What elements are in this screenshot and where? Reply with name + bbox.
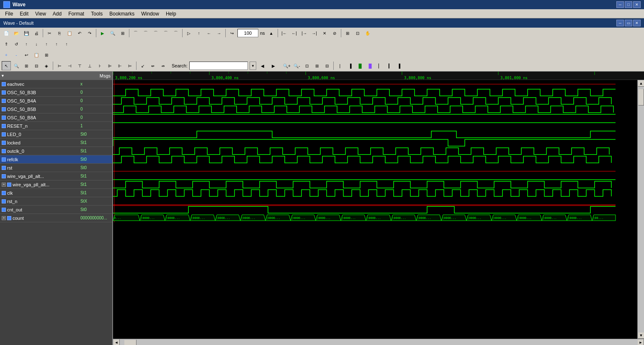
tb-hand-button[interactable]: ✋ (363, 28, 372, 38)
tb4-expand[interactable]: ⊞ (22, 61, 31, 70)
tb2-2[interactable]: ↺ (12, 39, 21, 49)
sub-restore-button[interactable]: ▭ (625, 20, 632, 26)
signal-row-count[interactable]: + count 0000000000... (0, 214, 112, 222)
menu-help[interactable]: Help (162, 10, 180, 18)
tb-nav4-button[interactable]: →| (310, 28, 319, 38)
menu-file[interactable]: File (2, 10, 16, 18)
search-dropdown[interactable]: ▼ (250, 62, 256, 70)
signal-row-eachvec[interactable]: eachvec x (0, 80, 112, 88)
tb-print-button[interactable]: 🖨 (32, 28, 41, 38)
tb-run-button[interactable]: ▶ (98, 28, 107, 38)
close-button[interactable]: ✕ (633, 1, 641, 8)
signal-row-osc50b5b[interactable]: OSC_50_B5B 0 (0, 105, 112, 113)
tb-sim4-button[interactable]: → (214, 28, 224, 38)
signal-row-refclk[interactable]: refclk St0 (0, 155, 112, 164)
signal-row-rstn[interactable]: rst_n StX (0, 197, 112, 206)
tb4-move4[interactable]: ⊥ (85, 61, 94, 70)
scroll-thumb[interactable] (124, 340, 137, 345)
wave-btn7[interactable]: ▌ (396, 61, 405, 70)
scroll-track[interactable] (120, 339, 637, 345)
tb3-5[interactable]: ⊞ (42, 50, 51, 59)
signal-row-wirevga2[interactable]: + wire_vga_pll_alt... St1 (0, 180, 112, 189)
menu-window[interactable]: Window (138, 10, 162, 18)
tb-ns-up-button[interactable]: ▲ (267, 28, 276, 38)
scroll-up-button[interactable]: ▲ (638, 80, 644, 87)
signal-row-osc50b8a[interactable]: OSC_50_B8A 0 (0, 113, 112, 122)
minimize-button[interactable]: ─ (616, 1, 624, 8)
menu-format[interactable]: Format (65, 10, 88, 18)
ns-input[interactable] (237, 29, 258, 37)
tb2-3[interactable]: ↑ (22, 39, 31, 49)
tb-wave2-button[interactable]: ⌒ (141, 28, 150, 38)
tb-zoom1-button[interactable]: ⊞ (343, 28, 352, 38)
tb4-move8[interactable]: ⊨ (125, 61, 134, 70)
maximize-button[interactable]: □ (625, 1, 632, 8)
wave-btn6[interactable]: ▎ (386, 61, 395, 70)
wave-btn5[interactable]: ▏ (376, 61, 385, 70)
tb3-4[interactable]: 📋 (32, 50, 41, 59)
tb3-2[interactable]: - (12, 50, 21, 59)
signal-row-wirevga1[interactable]: wire_vga_pll_alt... St1 (0, 172, 112, 180)
scroll-left-button[interactable]: ◄ (113, 339, 120, 345)
signal-row-outclk0[interactable]: outclk_0 St1 (0, 147, 112, 155)
tb-search-button[interactable]: 🔍 (108, 28, 117, 38)
search-prev[interactable]: ◀ (258, 61, 267, 70)
tb4-move3[interactable]: ⊤ (75, 61, 84, 70)
tb-open-button[interactable]: 📂 (12, 28, 21, 38)
tb4-move6[interactable]: ⊫ (105, 61, 114, 70)
tb-save-button[interactable]: 💾 (22, 28, 31, 38)
tb2-6[interactable]: ↑ (52, 39, 61, 49)
scroll-down-button[interactable]: ▼ (638, 332, 644, 339)
tb-undo-button[interactable]: ↶ (75, 28, 84, 38)
expand-wirevga2[interactable]: + (2, 183, 6, 187)
wave-btn1[interactable]: | (335, 61, 345, 70)
tb4-dir2[interactable]: ↚ (148, 61, 157, 70)
signal-row-resetn[interactable]: RESET_n 1 (0, 122, 112, 130)
tb-redo-button[interactable]: ↷ (85, 28, 94, 38)
title-bar-controls[interactable]: ─ □ ✕ (616, 1, 641, 8)
search-next[interactable]: ▶ (269, 61, 278, 70)
tb-sim1-button[interactable]: ▷ (184, 28, 193, 38)
signal-row-cntout[interactable]: cnt_out St0 (0, 206, 112, 214)
tb2-1[interactable]: ⇑ (2, 39, 11, 49)
tb-nav2-button[interactable]: ←| (290, 28, 299, 38)
tb-cut-button[interactable]: ✂ (45, 28, 54, 38)
signal-row-locked[interactable]: locked St1 (0, 139, 112, 147)
menu-bookmarks[interactable]: Bookmarks (106, 10, 138, 18)
tb-wave3-button[interactable]: ⌒ (151, 28, 160, 38)
tb-wave1-button[interactable]: ⌒ (131, 28, 140, 38)
tb-wave4-button[interactable]: ⌒ (161, 28, 170, 38)
tb3-3[interactable]: ↩ (22, 50, 31, 59)
tb3-1[interactable]: + (2, 50, 11, 59)
tb2-7[interactable]: ↑ (62, 39, 71, 49)
tb4-move5[interactable]: ⊦ (95, 61, 104, 70)
sub-minimize-button[interactable]: ─ (616, 20, 624, 26)
wave-btn4[interactable]: █ (366, 61, 375, 70)
zoom-sel-btn[interactable]: ⊟ (322, 61, 332, 70)
tb-nav3-button[interactable]: |→ (300, 28, 309, 38)
bottom-scrollbar[interactable]: ◄ ► (113, 339, 644, 345)
tb-nav5-button[interactable]: ✕ (320, 28, 329, 38)
tb4-move7[interactable]: ⊩ (115, 61, 124, 70)
scroll-v-track[interactable] (638, 87, 644, 332)
tb2-5[interactable]: ↑ (42, 39, 51, 49)
tb-new-button[interactable]: 📄 (2, 28, 11, 38)
tb4-cursor[interactable]: ↖ (2, 61, 11, 70)
zoom-full-btn[interactable]: ⊞ (312, 61, 322, 70)
tb4-dir3[interactable]: ↛ (158, 61, 167, 70)
tb-zoom2-button[interactable]: ⊡ (353, 28, 362, 38)
tb4-move2[interactable]: ⊣ (65, 61, 74, 70)
signal-row-led0[interactable]: LED_0 St0 (0, 130, 112, 139)
tb4-select[interactable]: ◈ (42, 61, 51, 70)
signal-row-osc50b4a[interactable]: OSC_50_B4A 0 (0, 97, 112, 105)
tb-nav1-button[interactable]: |← (280, 28, 289, 38)
tb4-dir1[interactable]: ↙ (138, 61, 147, 70)
scroll-v-thumb[interactable] (638, 89, 644, 106)
zoom-out-btn[interactable]: 🔍- (292, 61, 301, 70)
tb2-4[interactable]: ↓ (32, 39, 41, 49)
tb-goto-button[interactable]: ↪ (227, 28, 237, 38)
signal-row-osc50b3b[interactable]: OSC_50_B3B 0 (0, 88, 112, 97)
signal-row-rst[interactable]: rst St0 (0, 164, 112, 172)
tb-copy-button[interactable]: ⎘ (55, 28, 64, 38)
tb4-contract[interactable]: ⊟ (32, 61, 41, 70)
